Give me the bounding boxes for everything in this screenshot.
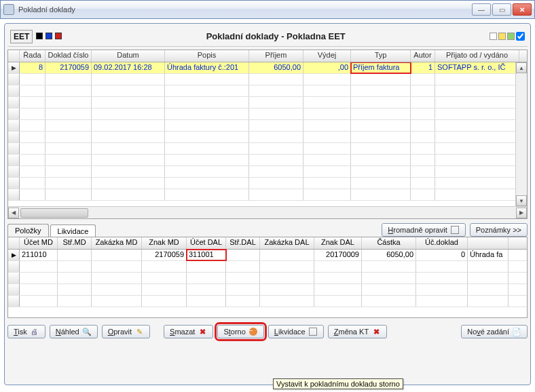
storno-button[interactable]: Storno − — [217, 325, 263, 338]
window-title: Pokladní doklady — [18, 5, 472, 14]
right-indicator-group — [490, 32, 525, 41]
header-checkbox[interactable] — [516, 32, 525, 41]
color-indicators — [35, 33, 62, 41]
button-label: Poznámky >> — [476, 226, 521, 234]
table-row[interactable] — [8, 178, 527, 189]
nove-zadani-button[interactable]: Nové zadání 📄 — [461, 325, 528, 338]
vertical-scrollbar[interactable]: ▲ ▼ — [515, 62, 527, 206]
table-row[interactable] — [8, 189, 527, 201]
col-ucetmd[interactable]: Účet MD — [20, 237, 58, 249]
col-ucetdal[interactable]: Účet DAL — [187, 237, 226, 249]
scroll-right-icon[interactable]: ▶ — [516, 208, 527, 218]
grid-corner — [8, 237, 20, 249]
minimize-button[interactable]: — — [472, 3, 491, 16]
maximize-button[interactable]: ▭ — [492, 3, 511, 16]
hromadne-opravit-button[interactable]: Hromadně opravit — [382, 223, 465, 237]
scroll-up-icon[interactable]: ▲ — [516, 62, 527, 73]
col-tail[interactable] — [468, 237, 509, 249]
tisk-button[interactable]: Tisk 🖨 — [7, 325, 45, 338]
table-row[interactable] — [8, 143, 527, 155]
table-row[interactable] — [8, 166, 527, 178]
titlebar: Pokladní doklady — ▭ ✕ — [0, 0, 535, 19]
col-ucdoklad[interactable]: Úč.doklad — [416, 237, 468, 249]
col-rada[interactable]: Řada — [20, 50, 45, 62]
col-strmd[interactable]: Stř.MD — [58, 237, 92, 249]
opravit-button[interactable]: Opravit ✎ — [102, 325, 150, 338]
smazat-button[interactable]: Smazat ✖ — [164, 325, 213, 338]
scroll-thumb[interactable] — [20, 208, 88, 218]
cell-prijato: SOFTAPP s. r. o., IČ — [435, 62, 519, 73]
tab-likvidace[interactable]: Likvidace — [50, 224, 96, 237]
cell-znakmd: 2170059 — [142, 250, 187, 260]
header-row: EET Pokladní doklady - Pokladna EET — [7, 26, 528, 47]
table-row[interactable]: ▶ 8 2170059 09.02.2017 16:28 Úhrada fakt… — [8, 62, 527, 74]
col-prijem[interactable]: Příjem — [249, 50, 303, 62]
cell-strdal — [226, 250, 260, 260]
sub-grid-header: Účet MD Stř.MD Zakázka MD Znak MD Účet D… — [8, 237, 527, 250]
col-vydej[interactable]: Výdej — [303, 50, 351, 62]
table-row[interactable] — [8, 97, 527, 109]
zmena-kt-button[interactable]: Změna KT ✖ — [328, 325, 387, 338]
tabs-row: Položky Likvidace Hromadně opravit Pozná… — [7, 223, 528, 237]
table-row[interactable] — [8, 284, 527, 296]
table-row[interactable] — [8, 132, 527, 143]
scroll-left-icon[interactable]: ◀ — [8, 208, 19, 218]
col-doklad[interactable]: Doklad číslo — [45, 50, 92, 62]
col-strdal[interactable]: Stř.DAL — [226, 237, 260, 249]
cell-ucetdal: 311001 — [187, 250, 226, 260]
checkbox-icon — [308, 327, 318, 336]
horizontal-scrollbar[interactable]: ◀ ▶ — [8, 206, 527, 218]
cell-prijem: 6050,00 — [249, 62, 303, 73]
cell-doklad: 2170059 — [45, 62, 92, 73]
likvidace-button[interactable]: Likvidace — [268, 325, 324, 338]
col-popis[interactable]: Popis — [165, 50, 249, 62]
col-znakdal[interactable]: Znak DAL — [314, 237, 362, 249]
cell-typ: Příjem faktura — [351, 62, 411, 73]
cell-zakdal — [260, 250, 314, 260]
app-icon — [3, 4, 14, 15]
grid-corner — [8, 50, 20, 62]
eet-label: EET — [10, 30, 33, 43]
table-row[interactable] — [8, 109, 527, 120]
col-znakmd[interactable]: Znak MD — [142, 237, 187, 249]
checkbox-icon — [450, 225, 460, 235]
table-row[interactable] — [8, 155, 527, 166]
table-row[interactable] — [8, 85, 527, 97]
table-row[interactable] — [8, 273, 527, 284]
close-button[interactable]: ✕ — [513, 3, 532, 16]
table-row[interactable] — [8, 296, 527, 307]
button-label: Smazat — [170, 328, 195, 336]
main-panel: EET Pokladní doklady - Pokladna EET Řada… — [4, 23, 531, 385]
color-square-black — [36, 33, 43, 39]
poznamky-button[interactable]: Poznámky >> — [470, 223, 528, 237]
tooltip: Vystavit k pokladnímu dokladu storno — [273, 378, 403, 389]
col-zakmd[interactable]: Zakázka MD — [92, 237, 142, 249]
col-autor[interactable]: Autor — [411, 50, 435, 62]
cell-rada: 8 — [20, 62, 45, 73]
table-row[interactable]: ▶ 211010 2170059 311001 20170009 6050,00… — [8, 250, 527, 261]
main-grid: Řada Doklad číslo Datum Popis Příjem Výd… — [7, 50, 528, 219]
cell-vydej: ,00 — [303, 62, 351, 73]
button-label: Opravit — [108, 328, 132, 336]
row-marker: ▶ — [8, 62, 20, 73]
panel-title: Pokladní doklady - Pokladna EET — [62, 31, 490, 41]
main-grid-body: ▶ 8 2170059 09.02.2017 16:28 Úhrada fakt… — [8, 62, 527, 206]
button-label: Hromadně opravit — [388, 226, 447, 234]
cell-tail: Úhrada fa — [468, 250, 509, 260]
scroll-down-icon[interactable]: ▼ — [516, 195, 527, 206]
cell-datum: 09.02.2017 16:28 — [92, 62, 165, 73]
minus-icon: − — [248, 327, 258, 336]
table-row[interactable] — [8, 74, 527, 85]
col-zakdal[interactable]: Zakázka DAL — [260, 237, 314, 249]
col-typ[interactable]: Typ — [351, 50, 411, 62]
table-row[interactable] — [8, 261, 527, 273]
col-prijato[interactable]: Přijato od / vydáno — [435, 50, 519, 62]
cell-strmd — [58, 250, 92, 260]
table-row[interactable] — [8, 120, 527, 132]
indicator-white — [490, 33, 497, 40]
col-datum[interactable]: Datum — [92, 50, 165, 62]
tab-polozky[interactable]: Položky — [7, 224, 49, 237]
indicator-yellow — [498, 33, 506, 40]
nahled-button[interactable]: Náhled 🔍 — [50, 325, 98, 338]
col-castka[interactable]: Částka — [362, 237, 416, 249]
